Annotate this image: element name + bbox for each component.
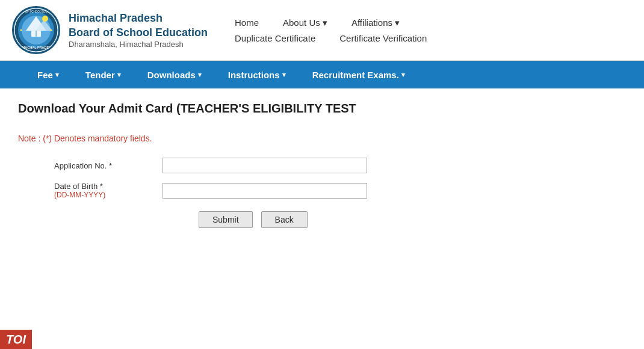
nav-about-us[interactable]: About Us ▾ (283, 17, 327, 28)
back-button[interactable]: Back (261, 211, 308, 228)
page-heading: Download Your Admit Card (TEACHER'S ELIG… (0, 88, 644, 122)
nav-recruitment-label: Recruitment Exams. (312, 70, 399, 80)
nav-instructions[interactable]: Instructions ▾ (215, 61, 299, 88)
org-title: Himachal Pradesh Board of School Educati… (69, 11, 208, 49)
nav-fee[interactable]: Fee ▾ (24, 61, 72, 88)
nav-tender[interactable]: Tender ▾ (72, 61, 134, 88)
chevron-down-icon: ▾ (282, 71, 286, 79)
chevron-down-icon: ▾ (117, 71, 121, 79)
dob-label-wrapper: Date of Birth * (DD-MM-YYYY) (54, 182, 163, 199)
nav-downloads-label: Downloads (147, 70, 196, 80)
logo-icon: HIMACHAL PRADESH BOARD OF SCHOOL EDUCATI… (12, 6, 60, 54)
nav-recruitment-exams[interactable]: Recruitment Exams. ▾ (299, 61, 418, 88)
svg-point-5 (42, 16, 48, 22)
nav-downloads[interactable]: Downloads ▾ (134, 61, 215, 88)
svg-point-9 (51, 29, 52, 31)
nav-home[interactable]: Home (235, 17, 259, 28)
nav-row1: Home About Us ▾ Affiliations ▾ (235, 17, 632, 28)
org-location: Dharamshala, Himachal Pradesh (69, 40, 208, 49)
application-no-label: Application No. * (54, 161, 163, 170)
application-no-input[interactable] (163, 158, 367, 173)
logo-area: HIMACHAL PRADESH BOARD OF SCHOOL EDUCATI… (12, 6, 217, 54)
blue-navbar: Fee ▾ Tender ▾ Downloads ▾ Instructions … (0, 61, 644, 88)
form-area: Note : (*) Denotes mandatory fields. App… (0, 122, 644, 246)
org-name-line2: Board of School Education (69, 26, 208, 40)
nav-certificate-verification[interactable]: Certificate Verification (339, 33, 427, 43)
svg-text:BOARD OF SCHOOL EDUCATION: BOARD OF SCHOOL EDUCATION (14, 10, 57, 13)
nav-fee-label: Fee (37, 70, 53, 80)
chevron-down-icon: ▾ (55, 71, 59, 79)
nav-instructions-label: Instructions (228, 70, 280, 80)
dob-format-label: (DD-MM-YYYY) (54, 191, 163, 199)
nav-affiliations[interactable]: Affiliations ▾ (351, 17, 400, 28)
button-row: Submit Back (199, 211, 626, 228)
nav-duplicate-certificate[interactable]: Duplicate Certificate (235, 33, 315, 43)
application-no-row: Application No. * (54, 158, 626, 173)
nav-tender-label: Tender (85, 70, 115, 80)
dob-input[interactable] (163, 183, 367, 199)
dob-label: Date of Birth * (54, 182, 163, 191)
header: HIMACHAL PRADESH BOARD OF SCHOOL EDUCATI… (0, 0, 644, 61)
org-name-line1: Himachal Pradesh (69, 11, 208, 25)
dob-row: Date of Birth * (DD-MM-YYYY) (54, 182, 626, 199)
chevron-down-icon: ▾ (401, 71, 405, 79)
top-nav: Home About Us ▾ Affiliations ▾ Duplicate… (235, 17, 632, 43)
submit-button[interactable]: Submit (199, 211, 253, 228)
svg-point-8 (20, 29, 22, 31)
chevron-down-icon: ▾ (198, 71, 202, 79)
nav-row2: Duplicate Certificate Certificate Verifi… (235, 33, 632, 43)
svg-text:HIMACHAL PRADESH: HIMACHAL PRADESH (19, 46, 54, 49)
form-table: Application No. * Date of Birth * (DD-MM… (54, 158, 626, 228)
note-text: Note : (*) Denotes mandatory fields. (18, 134, 626, 143)
